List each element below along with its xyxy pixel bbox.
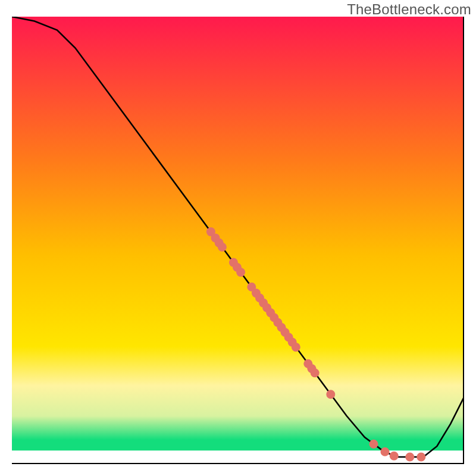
data-point bbox=[390, 452, 399, 461]
data-point bbox=[236, 268, 245, 277]
plot-area bbox=[12, 17, 464, 464]
data-point bbox=[416, 453, 425, 462]
data-point bbox=[369, 440, 378, 449]
data-point bbox=[292, 343, 300, 352]
heatmap-background bbox=[12, 17, 464, 450]
data-point bbox=[326, 390, 335, 399]
data-point bbox=[405, 453, 414, 462]
watermark-text: TheBottleneck.com bbox=[347, 1, 471, 18]
data-point bbox=[311, 368, 320, 377]
data-point bbox=[218, 243, 227, 252]
data-point bbox=[381, 447, 390, 456]
chart-canvas: TheBottleneck.com bbox=[0, 0, 476, 476]
chart-svg bbox=[12, 17, 464, 464]
